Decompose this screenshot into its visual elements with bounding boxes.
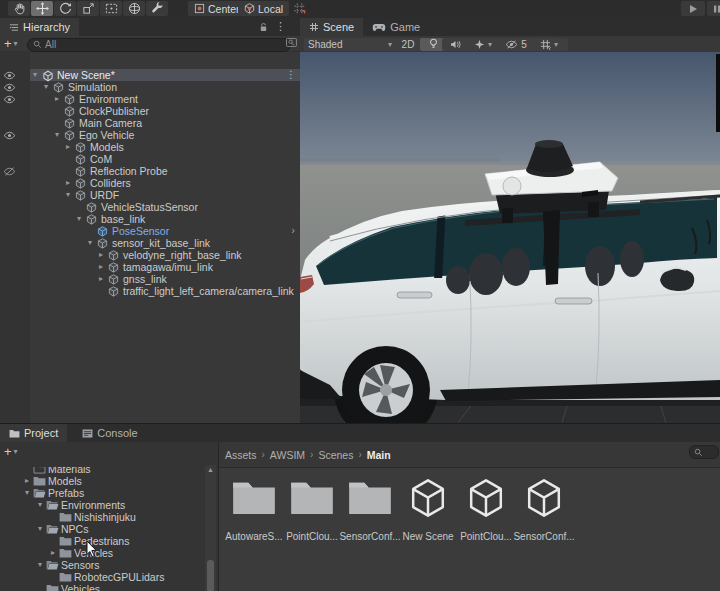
create-object-button[interactable]: +▾	[4, 36, 18, 51]
play-button[interactable]	[681, 1, 705, 16]
project-tree-row[interactable]: ▾Prefabs	[0, 487, 204, 499]
expand-arrow[interactable]: ▾	[41, 81, 51, 93]
transform-tool[interactable]	[123, 1, 145, 16]
grid-settings-dropdown[interactable]: ▾	[530, 38, 568, 51]
hierarchy-row[interactable]: traffic_light_left_camera/camera_link	[30, 285, 300, 297]
expand-arrow[interactable]: ▸	[63, 141, 73, 153]
hierarchy-row[interactable]: ▾sensor_kit_base_link	[30, 237, 300, 249]
effects-dropdown[interactable]: ▾	[464, 38, 502, 51]
hierarchy-row[interactable]: ▾New Scene*⋮	[30, 69, 300, 81]
scrollbar-thumb[interactable]	[207, 560, 214, 591]
row-menu-icon[interactable]: ⋮	[286, 69, 296, 81]
breadcrumb-segment[interactable]: Assets	[225, 449, 257, 461]
expand-arrow[interactable]: ▸	[52, 93, 62, 105]
draw-mode-dropdown[interactable]: Shaded▾	[304, 38, 396, 51]
project-tree-row[interactable]: RobotecGPULidars	[0, 571, 204, 583]
orientation-toggle-button[interactable]: Local	[238, 1, 289, 16]
hierarchy-row[interactable]: ▸Environment	[30, 93, 300, 105]
custom-tools[interactable]	[146, 1, 168, 16]
breadcrumb-segment[interactable]: AWSIM	[270, 449, 305, 461]
asset-item[interactable]: SensorConf...	[343, 475, 397, 553]
pivot-toggle-button[interactable]: Center	[188, 1, 246, 16]
hierarchy-row[interactable]: CoM	[30, 153, 300, 165]
expand-arrow[interactable]: ▸	[22, 475, 32, 487]
expand-arrow[interactable]: ▾	[30, 69, 40, 81]
scroll-up-icon[interactable]: ▲	[207, 466, 214, 473]
lock-icon[interactable]	[259, 22, 268, 33]
expand-arrow[interactable]: ▾	[85, 237, 95, 249]
asset-grid: AutowareS...PointClou...SensorConf...New…	[219, 467, 720, 591]
eye-hidden-icon	[505, 40, 518, 49]
expand-arrow[interactable]: ▾	[22, 487, 32, 499]
hierarchy-row[interactable]: ▾Ego Vehicle	[30, 129, 300, 141]
eye-icon[interactable]	[3, 129, 16, 141]
rect-tool[interactable]	[100, 1, 122, 16]
hidden-objects-button[interactable]: 5	[498, 38, 534, 51]
asset-item[interactable]: New Scene	[401, 475, 455, 553]
project-tree-row[interactable]: ▾Sensors	[0, 559, 204, 571]
tab-project[interactable]: Project	[0, 424, 67, 442]
expand-arrow[interactable]: ▾	[52, 129, 62, 141]
hierarchy-row[interactable]: ClockPublisher	[30, 105, 300, 117]
asset-item[interactable]: PointClou...	[285, 475, 339, 553]
project-tree-row[interactable]: ▸Vehicles	[0, 547, 204, 559]
expand-arrow[interactable]: ▾	[35, 499, 45, 511]
project-tree-row[interactable]: Vehicles	[0, 583, 204, 591]
expand-arrow[interactable]: ▸	[96, 273, 106, 285]
project-tree-row[interactable]: Pedestrians	[0, 535, 204, 547]
hierarchy-row[interactable]: ▾base_link	[30, 213, 300, 225]
tab-game[interactable]: Game	[363, 18, 429, 36]
hierarchy-row[interactable]: VehicleStatusSensor	[30, 201, 300, 213]
eye-icon[interactable]	[3, 81, 16, 93]
hierarchy-row[interactable]: Main Camera	[30, 117, 300, 129]
eye-hidden-icon[interactable]	[3, 165, 16, 177]
move-tool[interactable]	[31, 1, 53, 16]
scale-tool[interactable]	[77, 1, 99, 16]
expand-arrow[interactable]: ▸	[96, 261, 106, 273]
expand-arrow[interactable]: ▸	[63, 177, 73, 189]
prefab-chevron-icon[interactable]: ›	[291, 224, 295, 236]
create-asset-button[interactable]: +▾	[4, 444, 18, 459]
hierarchy-search-input[interactable]: All	[27, 38, 291, 52]
project-search-input[interactable]	[689, 445, 719, 459]
expand-arrow[interactable]: ▾	[35, 559, 45, 571]
breadcrumb-segment[interactable]: Main	[367, 449, 391, 461]
hierarchy-row[interactable]: ▸velodyne_right_base_link	[30, 249, 300, 261]
hierarchy-row[interactable]: Reflection Probe	[30, 165, 300, 177]
hand-tool[interactable]	[8, 1, 30, 16]
project-tree-row[interactable]: ▾Environments	[0, 499, 204, 511]
tab-hierarchy[interactable]: Hierarchy	[0, 18, 79, 36]
tab-console[interactable]: Console	[73, 424, 146, 442]
eye-icon[interactable]	[3, 93, 16, 105]
expand-arrow[interactable]: ▾	[63, 189, 73, 201]
expand-arrow[interactable]: ▾	[74, 213, 84, 225]
hierarchy-row[interactable]: PoseSensor›	[30, 225, 300, 237]
project-tree-row[interactable]: Nishishinjuku	[0, 511, 204, 523]
grid-snap-icon[interactable]	[293, 2, 306, 15]
breadcrumb-segment[interactable]: Scenes	[318, 449, 353, 461]
expand-arrow[interactable]: ▸	[48, 547, 58, 559]
rotate-tool[interactable]	[54, 1, 76, 16]
tree-scrollbar[interactable]: ▲	[205, 465, 216, 591]
hierarchy-row[interactable]: ▸tamagawa/imu_link	[30, 261, 300, 273]
hierarchy-row[interactable]: ▾Simulation	[30, 81, 300, 93]
eye-icon[interactable]	[3, 69, 16, 81]
hierarchy-row[interactable]: ▸Models	[30, 141, 300, 153]
pause-button[interactable]	[707, 1, 720, 16]
scene-viewport[interactable]	[300, 52, 720, 423]
expand-arrow[interactable]: ▸	[96, 249, 106, 261]
asset-item[interactable]: PointClou...	[459, 475, 513, 553]
expand-arrow[interactable]: ▾	[35, 523, 45, 535]
panel-menu-icon[interactable]: ⋮	[275, 20, 286, 33]
2d-toggle-button[interactable]: 2D	[394, 38, 422, 51]
search-filter-icon[interactable]	[286, 38, 297, 47]
project-tree-row[interactable]: ▸Models	[0, 475, 204, 487]
hierarchy-row[interactable]: ▸Colliders	[30, 177, 300, 189]
project-tree-row[interactable]: ▾NPCs	[0, 523, 204, 535]
tab-scene[interactable]: Scene	[300, 18, 363, 36]
hierarchy-row[interactable]: ▸gnss_link	[30, 273, 300, 285]
asset-item[interactable]: SensorConf...	[517, 475, 571, 553]
asset-item[interactable]: AutowareS...	[227, 475, 281, 553]
project-tree-row[interactable]: Materials	[0, 467, 204, 475]
hierarchy-row[interactable]: ▾URDF	[30, 189, 300, 201]
